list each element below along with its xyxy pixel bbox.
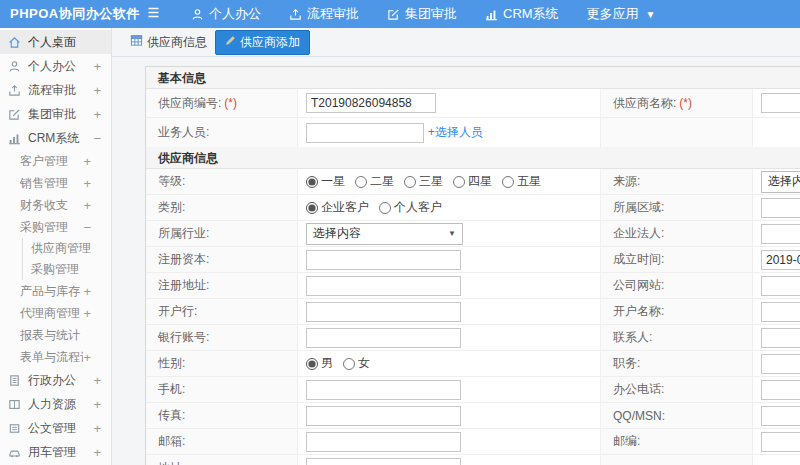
gender-radio[interactable] — [306, 358, 318, 370]
level-radio[interactable] — [453, 176, 465, 188]
sidebar-item-group-approval[interactable]: 集团审批 + — [0, 102, 111, 126]
sidebar-item-product-inventory[interactable]: 产品与库存 + — [0, 280, 111, 302]
sidebar-item-admin-office[interactable]: 行政办公 + — [0, 368, 111, 392]
expand-icon[interactable]: + — [93, 421, 101, 436]
fax-input[interactable] — [306, 406, 461, 426]
user-icon — [191, 8, 204, 21]
office-phone-input[interactable] — [761, 380, 800, 400]
level-radio[interactable] — [404, 176, 416, 188]
contact-person-input[interactable] — [761, 328, 800, 348]
level-radio[interactable] — [306, 176, 318, 188]
sidebar-item-reports-stats[interactable]: 报表与统计 — [0, 324, 111, 346]
tab-supplier-info[interactable]: 供应商信息 — [130, 34, 207, 51]
collapse-icon[interactable]: − — [83, 220, 91, 235]
account-name-input[interactable] — [761, 302, 800, 322]
nav-workflow-approval[interactable]: 流程审批 — [289, 5, 359, 23]
email-input[interactable] — [306, 432, 461, 452]
sidebar-item-vehicle-mgmt[interactable]: 用车管理 + — [0, 440, 111, 464]
field-value — [753, 195, 800, 220]
region-input[interactable] — [761, 198, 800, 218]
field-label: 开户名称: — [601, 299, 753, 324]
expand-icon[interactable]: + — [83, 350, 91, 365]
select-staff-link[interactable]: +选择人员 — [428, 124, 483, 141]
nav-crm-system[interactable]: CRM系统 — [485, 5, 559, 23]
form-row: 等级: 一星 二星 三星 四星 五星 来源: 选择内容▼ — [146, 169, 800, 195]
expand-icon[interactable]: + — [93, 397, 101, 412]
level-radio[interactable] — [355, 176, 367, 188]
document-icon — [8, 421, 22, 435]
field-value — [753, 299, 800, 324]
company-website-input[interactable] — [761, 276, 800, 296]
sidebar-item-supplier-mgmt[interactable]: 供应商管理 — [0, 238, 111, 259]
nav-personal-office[interactable]: 个人办公 — [191, 5, 261, 23]
sidebar-item-hr[interactable]: 人力资源 + — [0, 392, 111, 416]
expand-icon[interactable]: + — [93, 59, 101, 74]
field-label: 企业法人: — [601, 221, 753, 246]
expand-icon[interactable]: + — [93, 373, 101, 388]
field-value — [298, 247, 601, 272]
level-radio[interactable] — [502, 176, 514, 188]
position-input[interactable] — [761, 354, 800, 374]
gender-radio[interactable] — [343, 358, 355, 370]
nav-group-approval[interactable]: 集团审批 — [387, 5, 457, 23]
chart-icon — [8, 131, 22, 145]
edit-icon — [8, 107, 22, 121]
category-radio[interactable] — [306, 202, 318, 214]
field-value — [753, 377, 800, 402]
supplier-code-input[interactable] — [306, 93, 436, 113]
user-icon — [8, 59, 22, 73]
address-input[interactable] — [306, 458, 461, 465]
field-label: 传真: — [146, 403, 298, 428]
mobile-input[interactable] — [306, 380, 461, 400]
expand-icon[interactable]: + — [83, 284, 91, 299]
supplier-name-input[interactable] — [761, 93, 800, 113]
sidebar-item-crm-system[interactable]: CRM系统 − — [0, 126, 111, 150]
field-value — [298, 455, 601, 465]
sidebar-item-sales-mgmt[interactable]: 销售管理 + — [0, 172, 111, 194]
expand-icon[interactable]: + — [83, 154, 91, 169]
sidebar-item-personal-desktop[interactable]: 个人桌面 — [0, 30, 111, 54]
form-row: 业务人员: +选择人员 — [146, 118, 800, 147]
source-select[interactable]: 选择内容▼ — [761, 171, 800, 193]
bank-account-input[interactable] — [306, 328, 461, 348]
required-marker: (*) — [224, 96, 237, 110]
registered-capital-input[interactable] — [306, 250, 461, 270]
tab-supplier-add[interactable]: 供应商添加 — [215, 30, 310, 55]
expand-icon[interactable]: + — [83, 198, 91, 213]
field-value — [753, 429, 800, 454]
qq-msn-input[interactable] — [761, 406, 800, 426]
sidebar-item-finance[interactable]: 财务收支 + — [0, 194, 111, 216]
legal-person-input[interactable] — [761, 224, 800, 244]
category-radio[interactable] — [379, 202, 391, 214]
field-label: 类别: — [146, 195, 298, 220]
nav-more-apps[interactable]: 更多应用 ▼ — [587, 5, 656, 23]
sidebar-item-workflow-approval[interactable]: 流程审批 + — [0, 78, 111, 102]
collapse-icon[interactable]: − — [93, 131, 101, 146]
sidebar-item-personal-office[interactable]: 个人办公 + — [0, 54, 111, 78]
sidebar-item-purchase-mgmt[interactable]: 采购管理 − — [0, 216, 111, 238]
registered-address-input[interactable] — [306, 276, 461, 296]
expand-icon[interactable]: + — [93, 107, 101, 122]
expand-icon[interactable]: + — [83, 176, 91, 191]
sidebar-item-document-mgmt[interactable]: 公文管理 + — [0, 416, 111, 440]
field-label: 联系人: — [601, 325, 753, 350]
founded-date-input[interactable] — [761, 250, 800, 270]
industry-select[interactable]: 选择内容▼ — [306, 223, 463, 245]
sidebar-toggle-button[interactable] — [146, 6, 161, 22]
sidebar-item-customer-mgmt[interactable]: 客户管理 + — [0, 150, 111, 172]
sidebar-item-agent-mgmt[interactable]: 代理商管理 + — [0, 302, 111, 324]
expand-icon[interactable]: + — [83, 306, 91, 321]
field-value — [298, 325, 601, 350]
sidebar-item-form-flow-settings[interactable]: 表单与流程设置 + — [0, 346, 111, 368]
main-content: 供应商信息 供应商添加 基本信息 供应商编号:(*) 供 — [112, 28, 800, 465]
expand-icon[interactable]: + — [93, 445, 101, 460]
business-staff-input[interactable] — [306, 123, 424, 143]
field-label: 职务: — [601, 351, 753, 376]
expand-icon[interactable]: + — [93, 83, 101, 98]
table-icon — [130, 34, 143, 50]
sidebar-item-purchasing[interactable]: 采购管理 — [0, 259, 111, 280]
bank-input[interactable] — [306, 302, 461, 322]
field-label: 邮编: — [601, 429, 753, 454]
section-title-basic: 基本信息 — [146, 67, 800, 89]
postcode-input[interactable] — [761, 432, 800, 452]
